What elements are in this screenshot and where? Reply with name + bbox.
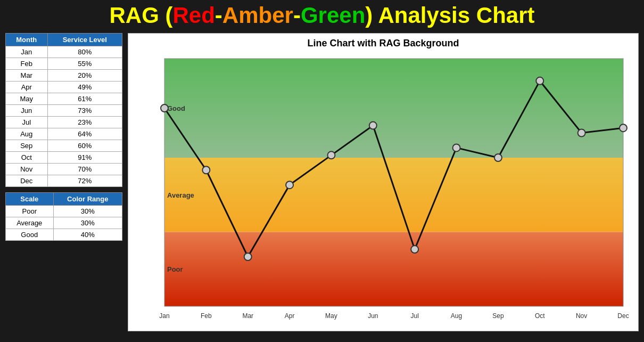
table-cell: Nov	[6, 164, 48, 175]
table-cell: Poor	[6, 206, 54, 217]
svg-point-10	[286, 181, 293, 189]
table-row: Apr49%	[6, 82, 122, 93]
data-table: Month Service Level Jan80%Feb55%Mar20%Ap…	[5, 33, 122, 187]
chart-svg: GoodAveragePoorJanFebMarAprMayJunJulAugS…	[133, 52, 634, 329]
svg-text:Sep: Sep	[492, 312, 504, 320]
title-prefix: RAG (	[110, 3, 173, 28]
svg-text:Dec: Dec	[617, 312, 629, 320]
svg-point-18	[620, 124, 627, 132]
table-cell: Feb	[6, 58, 48, 70]
col-service-level: Service Level	[47, 34, 122, 46]
svg-text:Poor: Poor	[167, 265, 183, 273]
svg-point-13	[411, 246, 418, 253]
svg-point-16	[536, 77, 543, 85]
table-cell: 91%	[47, 152, 122, 164]
table-cell: 72%	[47, 175, 122, 187]
svg-text:Feb: Feb	[201, 312, 212, 320]
table-row: Sep60%	[6, 140, 122, 152]
table-row: Oct91%	[6, 152, 122, 164]
table-cell: 23%	[47, 117, 122, 128]
table-cell: 64%	[47, 128, 122, 140]
chart-area: GoodAveragePoorJanFebMarAprMayJunJulAugS…	[133, 52, 634, 329]
svg-text:Jan: Jan	[159, 312, 169, 320]
svg-point-14	[453, 144, 460, 152]
svg-rect-1	[164, 158, 623, 232]
svg-point-17	[578, 129, 585, 137]
table-cell: Dec	[6, 175, 48, 187]
table-cell: 30%	[53, 206, 122, 217]
table-cell: May	[6, 93, 48, 105]
svg-point-9	[244, 253, 252, 260]
svg-rect-0	[164, 59, 623, 158]
title-amber: Amber	[222, 3, 293, 28]
svg-point-7	[161, 104, 168, 112]
svg-text:Good: Good	[167, 104, 185, 112]
svg-text:Apr: Apr	[285, 312, 295, 320]
table-row: Feb55%	[6, 58, 122, 70]
title-suffix: ) Analysis Chart	[365, 3, 534, 28]
table-cell: Jun	[6, 105, 48, 117]
svg-text:Nov: Nov	[576, 312, 587, 320]
svg-text:Oct: Oct	[535, 312, 545, 320]
svg-text:May: May	[325, 312, 337, 320]
table-cell: Apr	[6, 82, 48, 93]
table-cell: Aug	[6, 128, 48, 140]
table-row: Nov70%	[6, 164, 122, 175]
col-scale: Scale	[6, 193, 54, 206]
table-cell: 49%	[47, 82, 122, 93]
table-cell: Oct	[6, 152, 48, 164]
scale-table-row: Poor30%	[6, 206, 122, 217]
svg-rect-2	[164, 232, 623, 307]
table-cell: Mar	[6, 70, 48, 82]
table-cell: 80%	[47, 46, 122, 58]
table-cell: 20%	[47, 70, 122, 82]
table-row: Jul23%	[6, 117, 122, 128]
table-cell: 70%	[47, 164, 122, 175]
table-cell: Jan	[6, 46, 48, 58]
svg-point-15	[494, 154, 502, 161]
svg-text:Average: Average	[167, 191, 194, 199]
main-content: Month Service Level Jan80%Feb55%Mar20%Ap…	[0, 30, 644, 335]
title-green: Green	[301, 3, 365, 28]
table-row: May61%	[6, 93, 122, 105]
table-cell: Jul	[6, 117, 48, 128]
title-dash2: -	[293, 3, 301, 28]
table-cell: 73%	[47, 105, 122, 117]
table-cell: 40%	[53, 229, 122, 241]
title-red: Red	[173, 3, 215, 28]
table-cell: Good	[6, 229, 54, 241]
table-row: Dec72%	[6, 175, 122, 187]
table-row: Aug64%	[6, 128, 122, 140]
chart-container: Line Chart with RAG Background GoodAvera…	[128, 33, 639, 331]
page-title: RAG (Red-Amber-Green) Analysis Chart	[0, 0, 644, 30]
svg-text:Mar: Mar	[242, 312, 253, 320]
table-cell: 60%	[47, 140, 122, 152]
svg-text:Aug: Aug	[451, 312, 462, 320]
svg-point-11	[327, 152, 335, 159]
svg-text:Jul: Jul	[411, 312, 419, 320]
table-cell: Average	[6, 217, 54, 229]
left-panel: Month Service Level Jan80%Feb55%Mar20%Ap…	[5, 33, 122, 331]
table-row: Mar20%	[6, 70, 122, 82]
svg-text:Jun: Jun	[368, 312, 378, 320]
title-dash1: -	[215, 3, 222, 28]
col-month: Month	[6, 34, 48, 46]
table-cell: 30%	[53, 217, 122, 229]
scale-table: Scale Color Range Poor30%Average30%Good4…	[5, 192, 122, 241]
table-row: Jun73%	[6, 105, 122, 117]
table-cell: Sep	[6, 140, 48, 152]
col-color-range: Color Range	[53, 193, 122, 206]
scale-table-row: Good40%	[6, 229, 122, 241]
chart-title: Line Chart with RAG Background	[133, 38, 634, 49]
svg-point-12	[369, 122, 377, 129]
scale-table-row: Average30%	[6, 217, 122, 229]
table-row: Jan80%	[6, 46, 122, 58]
table-cell: 61%	[47, 93, 122, 105]
svg-point-8	[202, 166, 210, 174]
table-cell: 55%	[47, 58, 122, 70]
